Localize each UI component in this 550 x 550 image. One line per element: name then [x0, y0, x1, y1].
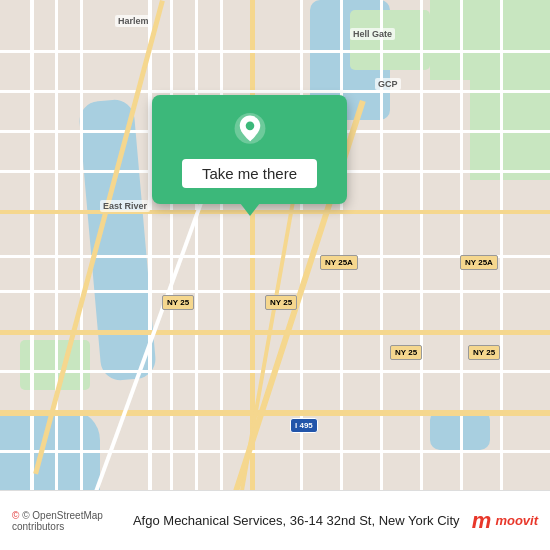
moovit-m-icon: m	[472, 510, 492, 532]
park-area-2	[430, 0, 550, 80]
street-v7	[220, 0, 223, 490]
street-v5	[170, 0, 173, 490]
gcp-label: GCP	[375, 78, 401, 90]
address-label: Afgo Mechanical Services, 36-14 32nd St,…	[125, 513, 472, 528]
osm-attribution: © © OpenStreetMap contributors	[12, 510, 125, 532]
street-v10	[340, 0, 343, 490]
street-v3	[80, 0, 83, 490]
map-view: Harlem Hell Gate East River NY 25 NY 25 …	[0, 0, 550, 490]
attribution-text: © OpenStreetMap contributors	[12, 510, 103, 532]
street-h8-major	[0, 330, 550, 335]
street-h1	[0, 50, 550, 53]
popup-caret	[240, 203, 260, 216]
street-v12	[420, 0, 423, 490]
ny25a-shield-2: NY 25A	[460, 255, 498, 270]
street-v9	[300, 0, 303, 490]
street-v14	[500, 0, 503, 490]
location-pin-icon	[232, 113, 268, 149]
street-v11	[380, 0, 383, 490]
park-area-1	[350, 10, 430, 70]
svg-point-1	[245, 122, 254, 131]
bottom-bar: © © OpenStreetMap contributors Afgo Mech…	[0, 490, 550, 550]
ny25-shield-3: NY 25	[390, 345, 422, 360]
ny25-shield-2: NY 25	[265, 295, 297, 310]
location-popup: Take me there	[152, 95, 347, 204]
ny25-shield-1: NY 25	[162, 295, 194, 310]
street-v1	[30, 0, 34, 490]
ny25-shield-4: NY 25	[468, 345, 500, 360]
street-v6	[195, 0, 198, 490]
street-v2	[55, 0, 58, 490]
street-v13	[460, 0, 463, 490]
street-h2	[0, 90, 550, 93]
street-h11	[0, 450, 550, 453]
street-h5-major	[0, 210, 550, 214]
copyright-symbol: ©	[12, 510, 19, 521]
moovit-logo: m moovit	[472, 510, 538, 532]
ny25a-shield-1: NY 25A	[320, 255, 358, 270]
hell-gate-label: Hell Gate	[350, 28, 395, 40]
moovit-brand-text: moovit	[495, 513, 538, 528]
street-v4	[148, 0, 152, 490]
i495-shield: I 495	[290, 418, 318, 433]
harlem-label: Harlem	[115, 15, 152, 27]
east-river-label: East River	[100, 200, 150, 212]
take-me-there-button[interactable]: Take me there	[182, 159, 317, 188]
street-h10-major	[0, 410, 550, 416]
